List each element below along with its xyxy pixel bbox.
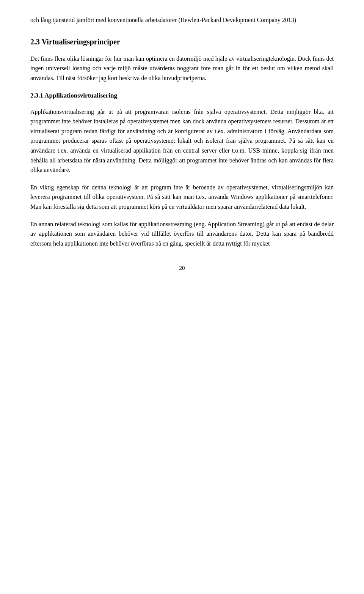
section-2-3-heading: 2.3 Virtualiseringsprinciper [30,36,334,48]
intro-paragraph: och lång tjänstetid jämfört med konventi… [30,15,334,25]
intro-text: och lång tjänstetid jämfört med konventi… [30,17,296,23]
section-2-3-paragraph1: Det finns flera olika lösningar för hur … [30,54,334,83]
section-2-3-1-heading: 2.3.1 Applikationsvirtualisering [30,90,334,101]
section-2-3-1-paragraph3: En annan relaterad teknologi som kallas … [30,219,334,249]
page-number: 20 [30,263,334,273]
section-2-3-1-paragraph2: En viktig egenskap för denna teknologi ä… [30,183,334,212]
page: och lång tjänstetid jämfört med konventi… [0,0,364,594]
section-2-3-1-paragraph1: Applikationsvirtualisering går ut på att… [30,107,334,175]
